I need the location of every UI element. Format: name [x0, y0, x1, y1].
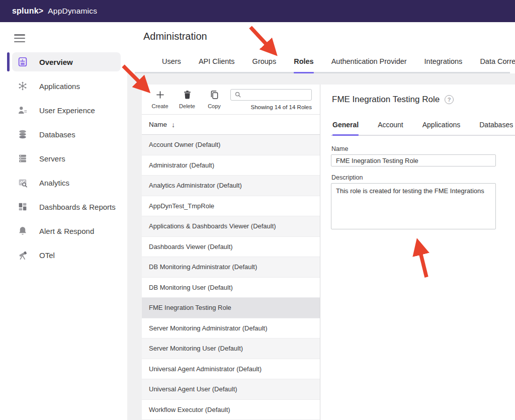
detail-title-row: FME Inegration Testing Role ? — [332, 95, 454, 105]
delete-button-label: Delete — [179, 103, 195, 109]
sidebar-item-label: Dashboards & Reports — [39, 203, 116, 211]
page-title: Administration — [143, 31, 207, 42]
roles-search: Showing 14 of 14 Roles — [230, 88, 312, 111]
dashboards-reports-icon — [16, 201, 29, 213]
role-row[interactable]: Server Monitoring Administrator (Default… — [142, 318, 320, 339]
otel-telescope-icon — [16, 249, 29, 261]
hamburger-menu-icon[interactable] — [14, 34, 25, 42]
roles-list-panel: Create Delete Copy — [142, 85, 320, 420]
sort-descending-icon[interactable]: ↓ — [171, 121, 175, 129]
search-input[interactable] — [244, 91, 307, 98]
detail-tab-general[interactable]: General — [332, 121, 359, 136]
sidebar-item-label: User Experience — [39, 106, 95, 115]
admin-tab-authentication-provider[interactable]: Authentication Provider — [331, 57, 407, 73]
roles-column-header: Name ↓ — [142, 115, 320, 135]
detail-tab-applications[interactable]: Applications — [422, 121, 461, 136]
admin-tab-integrations[interactable]: Integrations — [424, 57, 463, 73]
applications-icon — [16, 80, 29, 92]
copy-button[interactable]: Copy — [203, 90, 225, 109]
trash-icon — [182, 90, 193, 102]
search-icon — [234, 91, 241, 98]
detail-tabs: GeneralAccountApplicationsDatabases — [332, 121, 513, 136]
sidebar-item-user-experience[interactable]: User Experience — [12, 101, 121, 120]
detail-tab-account[interactable]: Account — [378, 121, 403, 136]
admin-tab-users[interactable]: Users — [162, 57, 181, 73]
overview-icon — [16, 56, 29, 68]
databases-icon — [16, 128, 29, 140]
alert-bell-icon — [16, 225, 29, 237]
sidebar: Overview Applications User Experience Da… — [0, 22, 126, 420]
results-count: Showing 14 of 14 Roles — [251, 104, 312, 110]
create-button[interactable]: Create — [149, 90, 171, 109]
description-field-label: Description — [331, 174, 363, 181]
role-name-input[interactable] — [331, 154, 496, 166]
brand-logo[interactable]: splunk> AppDynamics — [12, 7, 97, 16]
roles-toolbar: Create Delete Copy — [142, 85, 320, 115]
help-icon[interactable]: ? — [445, 95, 454, 104]
sidebar-item-applications[interactable]: Applications — [12, 76, 121, 96]
admin-tab-api-clients[interactable]: API Clients — [199, 57, 235, 73]
sidebar-item-label: Servers — [39, 154, 65, 163]
role-detail-title: FME Inegration Testing Role — [332, 95, 440, 105]
sidebar-item-alert-respond[interactable]: Alert & Respond — [12, 221, 121, 240]
admin-tab-groups[interactable]: Groups — [252, 57, 277, 73]
sidebar-item-label: Overview — [39, 58, 73, 66]
sidebar-nav: Overview Applications User Experience Da… — [0, 52, 126, 265]
admin-tab-roles[interactable]: Roles — [294, 57, 314, 73]
plus-icon — [155, 90, 165, 102]
search-box[interactable] — [230, 89, 312, 101]
sidebar-item-dashboards-reports[interactable]: Dashboards & Reports — [12, 197, 121, 216]
sidebar-item-label: Analytics — [39, 179, 69, 187]
name-column-label: Name — [149, 121, 167, 128]
sidebar-item-label: Databases — [39, 130, 75, 139]
copy-icon — [209, 90, 220, 102]
product-name: AppDynamics — [48, 7, 97, 16]
sidebar-item-otel[interactable]: OTel — [12, 245, 121, 265]
role-row[interactable]: Universal Agent Administrator (Default) — [142, 359, 320, 380]
create-button-label: Create — [151, 103, 168, 109]
role-row[interactable]: Universal Agent User (Default) — [142, 379, 320, 400]
content-gutter — [127, 73, 142, 420]
role-row[interactable]: DB Monitoring Administrator (Default) — [142, 257, 320, 278]
role-description-textarea[interactable]: This role is created for testing the FME… — [331, 183, 496, 229]
sidebar-item-label: Alert & Respond — [39, 227, 94, 235]
role-row[interactable]: Server Monitoring User (Default) — [142, 339, 320, 359]
content-divider-band — [135, 73, 515, 85]
role-row[interactable]: Account Owner (Default) — [142, 135, 320, 155]
splunk-logo-text: splunk> — [12, 7, 43, 16]
copy-button-label: Copy — [208, 103, 221, 109]
role-detail-panel: FME Inegration Testing Role ? GeneralAcc… — [320, 85, 515, 420]
role-row[interactable]: Analytics Administrator (Default) — [142, 176, 320, 196]
role-row[interactable]: Workflow Executor (Default) — [142, 400, 320, 420]
app-header: splunk> AppDynamics — [0, 0, 515, 22]
admin-tab-data-correlation[interactable]: Data Correlation — [480, 57, 515, 73]
sidebar-item-overview[interactable]: Overview — [12, 52, 121, 71]
sidebar-item-servers[interactable]: Servers — [12, 149, 121, 168]
roles-list: Account Owner (Default)Administrator (De… — [142, 135, 320, 420]
role-row[interactable]: FME Inegration Testing Role — [142, 298, 320, 318]
role-row[interactable]: AppDynTest_TmpRole — [142, 196, 320, 217]
role-row[interactable]: Dashboards Viewer (Default) — [142, 237, 320, 258]
role-row[interactable]: Administrator (Default) — [142, 155, 320, 176]
servers-icon — [16, 152, 29, 164]
main-content: Administration UsersAPI ClientsGroupsRol… — [126, 22, 515, 420]
sidebar-item-label: OTel — [39, 251, 55, 260]
sidebar-item-analytics[interactable]: Analytics — [12, 173, 121, 192]
sidebar-item-databases[interactable]: Databases — [12, 125, 121, 144]
admin-tabs: UsersAPI ClientsGroupsRolesAuthenticatio… — [162, 57, 515, 73]
detail-tab-databases[interactable]: Databases — [479, 121, 513, 136]
user-experience-icon — [16, 104, 29, 116]
delete-button[interactable]: Delete — [176, 90, 198, 109]
role-row[interactable]: DB Monitoring User (Default) — [142, 278, 320, 298]
analytics-icon — [16, 177, 29, 189]
role-row[interactable]: Applications & Dashboards Viewer (Defaul… — [142, 216, 320, 237]
sidebar-item-label: Applications — [39, 82, 80, 91]
name-field-label: Name — [331, 145, 348, 152]
